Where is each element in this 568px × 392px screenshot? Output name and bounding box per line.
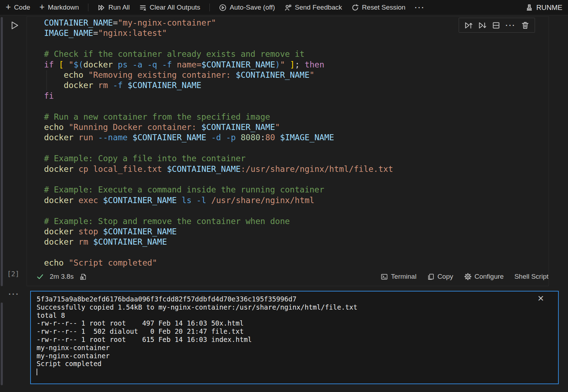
runme-brand-label: RUNME bbox=[536, 4, 562, 12]
runme-brand: RUNME bbox=[525, 4, 562, 12]
add-markdown-cell-button[interactable]: + Markdown bbox=[39, 4, 79, 11]
open-output-in-editor-icon[interactable] bbox=[80, 273, 87, 281]
copy-icon bbox=[427, 273, 435, 281]
configure-button[interactable]: Configure bbox=[464, 273, 504, 281]
language-picker[interactable]: Shell Script bbox=[514, 273, 548, 281]
split-cell-icon[interactable] bbox=[492, 21, 501, 30]
send-feedback-label: Send Feedback bbox=[295, 4, 342, 11]
close-output-icon[interactable]: × bbox=[537, 293, 544, 304]
reset-session-label: Reset Session bbox=[362, 4, 406, 11]
auto-save-label: Auto-Save (off) bbox=[230, 4, 275, 11]
cell-focus-indicator[interactable] bbox=[1, 17, 3, 286]
auto-save-toggle[interactable]: Auto-Save (off) bbox=[219, 4, 275, 11]
notebook-toolbar: + Code + Markdown Run All C bbox=[0, 0, 568, 15]
plus-icon: + bbox=[6, 2, 11, 11]
success-check-icon bbox=[36, 273, 44, 281]
run-all-label: Run All bbox=[108, 4, 130, 11]
runme-stamp-icon bbox=[525, 4, 533, 11]
notebook-window: + Code + Markdown Run All C bbox=[0, 0, 568, 392]
cell-toolbar: ··· bbox=[459, 18, 535, 33]
configure-label: Configure bbox=[475, 273, 504, 281]
copy-button[interactable]: Copy bbox=[427, 273, 453, 281]
toolbar-more-button[interactable]: ··· bbox=[415, 4, 425, 12]
execution-count-label: [2] bbox=[7, 270, 19, 278]
terminal-icon bbox=[381, 273, 388, 281]
language-label: Shell Script bbox=[514, 273, 548, 281]
ellipsis-icon: ··· bbox=[415, 4, 425, 12]
clear-all-outputs-label: Clear All Outputs bbox=[150, 4, 201, 11]
toolbar-divider bbox=[209, 4, 210, 11]
add-markdown-cell-label: Markdown bbox=[48, 4, 79, 11]
add-code-cell-label: Code bbox=[14, 4, 30, 11]
terminal-button[interactable]: Terminal bbox=[381, 273, 416, 281]
output-focus-indicator[interactable] bbox=[1, 303, 3, 385]
run-all-button[interactable]: Run All bbox=[98, 4, 130, 11]
cell-status-bar: 2m 3.8s Terminal bbox=[27, 267, 548, 286]
reset-icon bbox=[351, 4, 359, 11]
cell-status-right: Terminal Copy bbox=[381, 273, 548, 281]
run-all-icon bbox=[98, 4, 105, 11]
cell-status-left: 2m 3.8s bbox=[27, 273, 87, 281]
reset-session-button[interactable]: Reset Session bbox=[351, 4, 406, 11]
output-options-button[interactable]: ··· bbox=[9, 290, 20, 299]
execution-duration: 2m 3.8s bbox=[50, 273, 74, 281]
cell-output-panel: 5f3a715a9a8be2efd6176bdaa096f3fcdd82f57d… bbox=[30, 291, 559, 384]
run-cell-button[interactable] bbox=[10, 21, 20, 30]
auto-save-icon bbox=[219, 4, 226, 11]
execute-above-icon[interactable] bbox=[464, 21, 473, 30]
feedback-person-icon bbox=[284, 4, 292, 11]
clear-all-outputs-button[interactable]: Clear All Outputs bbox=[139, 4, 201, 11]
copy-label: Copy bbox=[437, 273, 453, 281]
delete-cell-icon[interactable] bbox=[521, 21, 530, 30]
add-code-cell-button[interactable]: + Code bbox=[6, 4, 30, 11]
plus-icon: + bbox=[39, 2, 45, 11]
terminal-label: Terminal bbox=[391, 273, 416, 281]
clear-outputs-icon bbox=[139, 4, 147, 11]
gear-icon bbox=[464, 273, 472, 281]
output-text: 5f3a715a9a8be2efd6176bdaa096f3fcdd82f57d… bbox=[37, 295, 357, 375]
toolbar-divider bbox=[88, 4, 88, 11]
execute-below-icon[interactable] bbox=[478, 21, 487, 30]
send-feedback-button[interactable]: Send Feedback bbox=[284, 4, 342, 11]
cell-more-icon[interactable]: ··· bbox=[506, 21, 516, 29]
code-editor[interactable]: CONTAINER_NAME="my-nginx-container"IMAGE… bbox=[44, 18, 393, 268]
